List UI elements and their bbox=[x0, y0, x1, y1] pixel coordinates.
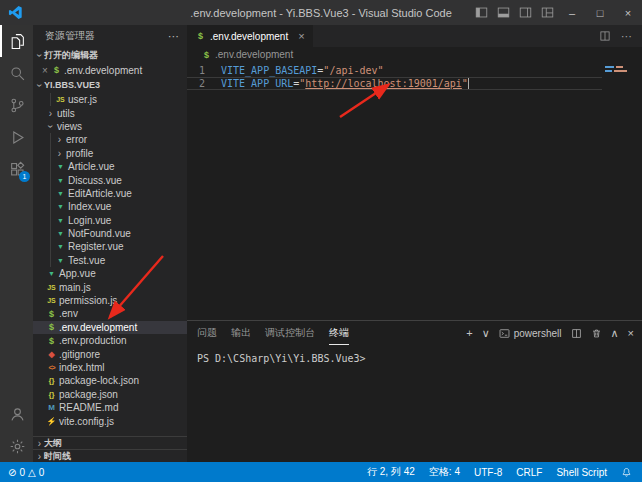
tab-problems[interactable]: 问题 bbox=[197, 321, 217, 345]
tree-item-App.vue[interactable]: ▼App.vue bbox=[33, 267, 187, 280]
chevron-right-icon: › bbox=[35, 438, 44, 449]
tab-terminal[interactable]: 终端 bbox=[329, 321, 349, 345]
tree-item-error[interactable]: ›error bbox=[33, 133, 187, 146]
terminal-prompt: PS D:\CSharp\Yi\Yi.BBS.Vue3> bbox=[197, 353, 366, 364]
encoding[interactable]: UTF-8 bbox=[474, 467, 502, 478]
tree-item-Index.vue[interactable]: ▼Index.vue bbox=[33, 200, 187, 213]
split-editor-icon[interactable] bbox=[599, 30, 611, 42]
env-icon: $ bbox=[51, 65, 62, 75]
tree-item-.env.production[interactable]: $.env.production bbox=[33, 334, 187, 347]
run-debug-icon[interactable] bbox=[0, 121, 33, 153]
file-name: vite.config.js bbox=[59, 416, 114, 427]
open-editors-header[interactable]: › 打开的编辑器 bbox=[33, 47, 187, 63]
env-icon: $ bbox=[46, 322, 57, 332]
tree-item-Discuss.vue[interactable]: ▼Discuss.vue bbox=[33, 173, 187, 186]
toggle-secondary-sidebar-icon[interactable] bbox=[514, 0, 536, 25]
terminal-content[interactable]: PS D:\CSharp\Yi\Yi.BBS.Vue3> bbox=[187, 345, 642, 462]
close-tab-icon[interactable]: × bbox=[298, 30, 304, 42]
settings-gear-icon[interactable] bbox=[0, 430, 33, 462]
timeline-section[interactable]: › 时间线 bbox=[33, 449, 187, 462]
search-icon[interactable] bbox=[0, 57, 33, 89]
outline-section[interactable]: › 大纲 bbox=[33, 436, 187, 449]
sidebar-bottom-sections: › 大纲 › 时间线 bbox=[33, 436, 187, 462]
breadcrumb-file[interactable]: .env.development bbox=[215, 49, 293, 60]
text-cursor bbox=[468, 78, 469, 89]
tree-item-profile[interactable]: ›profile bbox=[33, 147, 187, 160]
toggle-sidebar-icon[interactable] bbox=[470, 0, 492, 25]
tree-item-package.json[interactable]: {}package.json bbox=[33, 388, 187, 401]
workbench: 1 资源管理器 ⋯ › 打开的编辑器 × $ .env.deve bbox=[0, 25, 642, 462]
tree-item-permission.js[interactable]: JSpermission.js bbox=[33, 294, 187, 307]
tree-item-main.js[interactable]: JSmain.js bbox=[33, 280, 187, 293]
source-control-icon[interactable] bbox=[0, 89, 33, 121]
line-number: 2 bbox=[187, 77, 213, 90]
vue-icon: ▼ bbox=[55, 177, 66, 184]
file-name: profile bbox=[66, 148, 93, 159]
timeline-label: 时间线 bbox=[44, 450, 71, 463]
eol-selector[interactable]: CRLF bbox=[516, 467, 542, 478]
project-label: YI.BBS.VUE3 bbox=[44, 80, 100, 90]
tree-item-Test.vue[interactable]: ▼Test.vue bbox=[33, 254, 187, 267]
vscode-logo-icon bbox=[8, 5, 23, 20]
close-window-button[interactable]: × bbox=[614, 0, 642, 25]
vue-icon: ▼ bbox=[55, 217, 66, 224]
tab-debug-console[interactable]: 调试控制台 bbox=[265, 321, 315, 345]
git-icon: ◆ bbox=[46, 350, 57, 359]
tree-item-Article.vue[interactable]: ▼Article.vue bbox=[33, 160, 187, 173]
tree-item-user.js[interactable]: JSuser.js bbox=[33, 93, 187, 106]
tree-item-utils[interactable]: ›utils bbox=[33, 106, 187, 119]
terminal-dropdown-icon[interactable]: ∨ bbox=[482, 327, 490, 340]
line-number: 1 bbox=[187, 64, 213, 77]
file-name: EditArticle.vue bbox=[68, 188, 132, 199]
indentation[interactable]: 空格: 4 bbox=[429, 465, 460, 479]
toggle-panel-icon[interactable] bbox=[492, 0, 514, 25]
maximize-button[interactable]: □ bbox=[586, 0, 614, 25]
code-line-2[interactable]: 2VITE_APP_URL="http://localhost:19001/ap… bbox=[187, 77, 602, 90]
tree-item-package-lock.json[interactable]: {}package-lock.json bbox=[33, 374, 187, 387]
notifications-bell-icon[interactable] bbox=[621, 467, 632, 478]
more-actions-icon[interactable]: ⋯ bbox=[621, 30, 632, 43]
code-line-1[interactable]: 1VITE_APP_BASEAPI="/api-dev" bbox=[187, 64, 602, 77]
url-link[interactable]: http://localhost:19001/api bbox=[305, 78, 462, 89]
kill-terminal-icon[interactable] bbox=[591, 328, 602, 339]
close-panel-icon[interactable]: × bbox=[628, 327, 634, 339]
tree-item-NotFound.vue[interactable]: ▼NotFound.vue bbox=[33, 227, 187, 240]
terminal-instance[interactable]: powershell bbox=[499, 328, 562, 339]
minimize-button[interactable]: – bbox=[558, 0, 586, 25]
tree-item-EditArticle.vue[interactable]: ▼EditArticle.vue bbox=[33, 187, 187, 200]
tree-item-.gitignore[interactable]: ◆.gitignore bbox=[33, 347, 187, 360]
open-editor-item[interactable]: × $ .env.development bbox=[33, 63, 187, 77]
cursor-position[interactable]: 行 2, 列 42 bbox=[367, 465, 415, 479]
tree-item-.env.development[interactable]: $.env.development bbox=[33, 321, 187, 334]
more-actions-icon[interactable]: ⋯ bbox=[168, 30, 179, 43]
close-icon[interactable]: × bbox=[39, 65, 51, 76]
tab-output[interactable]: 输出 bbox=[231, 321, 251, 345]
tree-item-.env[interactable]: $.env bbox=[33, 307, 187, 320]
tree-item-index.html[interactable]: <>index.html bbox=[33, 361, 187, 374]
customize-layout-icon[interactable] bbox=[536, 0, 558, 25]
maximize-panel-icon[interactable]: ∧ bbox=[611, 327, 619, 340]
code-editor[interactable]: 1VITE_APP_BASEAPI="/api-dev"2VITE_APP_UR… bbox=[187, 62, 642, 320]
account-icon[interactable] bbox=[0, 398, 33, 430]
tab-env-development[interactable]: $ .env.development × bbox=[187, 25, 313, 47]
tree-item-views[interactable]: ›views bbox=[33, 120, 187, 133]
token-key: VITE_APP_URL bbox=[221, 78, 293, 89]
tree-item-vite.config.js[interactable]: ⚡vite.config.js bbox=[33, 414, 187, 427]
extensions-icon[interactable]: 1 bbox=[0, 153, 33, 185]
chevron-right-icon: › bbox=[35, 451, 44, 462]
tree-item-Login.vue[interactable]: ▼Login.vue bbox=[33, 214, 187, 227]
minimap[interactable] bbox=[602, 62, 642, 320]
open-editor-name: .env.development bbox=[64, 65, 142, 76]
language-mode[interactable]: Shell Script bbox=[556, 467, 607, 478]
breadcrumb[interactable]: $ .env.development bbox=[187, 47, 642, 62]
open-editors-label: 打开的编辑器 bbox=[44, 49, 98, 62]
problems-indicator[interactable]: ⊘ 0 △ 0 bbox=[8, 467, 44, 478]
split-terminal-icon[interactable] bbox=[571, 328, 582, 339]
project-section-header[interactable]: › YI.BBS.VUE3 bbox=[33, 77, 187, 93]
new-terminal-icon[interactable]: + bbox=[466, 327, 472, 339]
explorer-icon[interactable] bbox=[0, 25, 33, 57]
file-name: permission.js bbox=[59, 295, 117, 306]
warning-count: 0 bbox=[39, 467, 45, 478]
tree-item-README.md[interactable]: MREADME.md bbox=[33, 401, 187, 414]
tree-item-Register.vue[interactable]: ▼Register.vue bbox=[33, 240, 187, 253]
